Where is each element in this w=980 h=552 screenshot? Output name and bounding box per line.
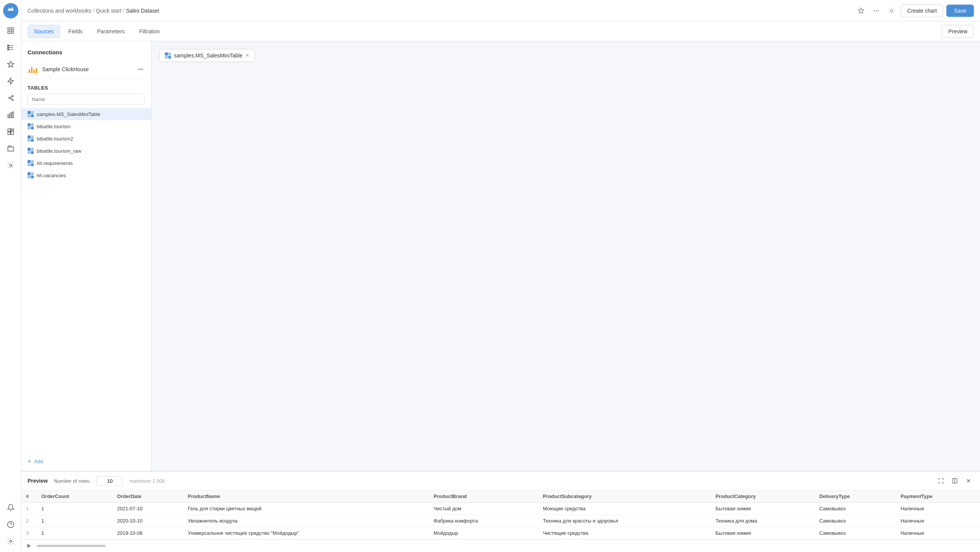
cell-8: Наличные <box>896 503 980 515</box>
selected-table-chip[interactable]: samples.MS_SalesMiniTable × <box>159 49 255 62</box>
grid-icon[interactable] <box>3 23 18 38</box>
preview-header: Preview Number of rows: maximum 1 000 <box>21 472 980 490</box>
cell-5: Моющие средства <box>538 503 711 515</box>
create-chart-button[interactable]: Create chart <box>901 4 943 17</box>
bolt-icon[interactable] <box>3 73 18 89</box>
preview-panel: Preview Number of rows: maximum 1 000 <box>21 471 980 552</box>
svg-rect-4 <box>7 45 8 46</box>
preview-button[interactable]: Preview <box>942 25 974 38</box>
svg-marker-33 <box>27 544 31 548</box>
table-item-label: hh.vacancies <box>37 173 66 178</box>
breadcrumb-quickstart[interactable]: Quick start <box>96 8 121 14</box>
svg-line-13 <box>11 98 12 100</box>
tab-fields[interactable]: Fields <box>62 25 89 38</box>
horizontal-scrollbar[interactable] <box>37 545 106 547</box>
folder-icon[interactable] <box>3 141 18 156</box>
tab-filtration[interactable]: Filtration <box>133 25 166 38</box>
gear-icon[interactable] <box>886 5 898 17</box>
svg-marker-24 <box>858 8 864 13</box>
cell-6: Техника для дома <box>711 515 815 527</box>
svg-rect-17 <box>8 129 10 132</box>
table-item-5[interactable]: hh.vacancies <box>21 169 151 181</box>
col-header-num: # <box>21 490 37 503</box>
col-header-ordercount: OrderCount <box>37 490 112 503</box>
svg-line-12 <box>11 96 12 98</box>
add-table-button[interactable]: + Add <box>21 455 151 468</box>
service-icon[interactable] <box>3 158 18 173</box>
settings-nav-icon[interactable] <box>3 534 18 549</box>
table-item-3[interactable]: bibattle.tourism_raw <box>21 145 151 157</box>
cell-4: Фабрика комфорта <box>429 515 539 527</box>
bell-icon[interactable] <box>3 500 18 515</box>
topbar-actions: Create chart Save <box>855 4 974 17</box>
table-grid-icon <box>28 136 34 142</box>
cell-2: 2021-07-10 <box>112 503 183 515</box>
svg-point-26 <box>876 10 877 11</box>
table-item-label: hh.requirements <box>37 160 73 166</box>
table-grid-icon <box>28 172 34 178</box>
chart-nav-icon[interactable] <box>3 107 18 122</box>
preview-footer <box>21 539 980 552</box>
play-icon[interactable] <box>24 541 34 550</box>
add-label: Add <box>34 459 43 464</box>
cell-8: Наличные <box>896 527 980 539</box>
table-item-4[interactable]: hh.requirements <box>21 157 151 169</box>
sidebar <box>0 0 21 552</box>
table-item-label: samples.MS_SalesMiniTable <box>37 111 100 117</box>
cell-5: Техника для красоты и здоровья <box>538 515 711 527</box>
table-item-0[interactable]: samples.MS_SalesMiniTable <box>21 108 151 120</box>
tables-search-input[interactable] <box>28 94 145 105</box>
save-button[interactable]: Save <box>946 5 974 17</box>
svg-rect-2 <box>8 31 10 34</box>
breadcrumb-collections[interactable]: Collections and workbooks <box>28 8 91 14</box>
table-item-2[interactable]: bibattle.tourism2 <box>21 132 151 145</box>
col-header-productname: ProductName <box>183 490 429 503</box>
table-grid-icon <box>28 160 34 166</box>
cell-5: Чистящие средства <box>538 527 711 539</box>
app-logo[interactable] <box>3 3 18 18</box>
breadcrumb: Collections and workbooks / Quick start … <box>28 8 852 14</box>
preview-title: Preview <box>28 478 48 484</box>
svg-point-27 <box>878 10 879 11</box>
cell-2: 2020-10-10 <box>112 515 183 527</box>
split-icon[interactable] <box>949 475 960 486</box>
dashboard-icon[interactable] <box>3 124 18 139</box>
svg-rect-3 <box>11 31 13 34</box>
breadcrumb-current: Sales Dataset <box>126 8 159 14</box>
connection-item[interactable]: Sample ClickHouse ••• <box>21 60 151 79</box>
connect-icon[interactable] <box>3 90 18 106</box>
svg-rect-14 <box>8 115 9 118</box>
more-options-icon[interactable] <box>870 5 882 17</box>
svg-marker-7 <box>7 61 14 67</box>
preview-rows-input[interactable] <box>96 476 123 486</box>
svg-rect-15 <box>10 113 11 118</box>
star-nav-icon[interactable] <box>3 57 18 72</box>
main-area: Collections and workbooks / Quick start … <box>21 0 980 552</box>
table-item-1[interactable]: bibattle.tourism <box>21 120 151 132</box>
col-header-productbrand: ProductBrand <box>429 490 539 503</box>
svg-point-23 <box>10 541 11 542</box>
favorite-star-icon[interactable] <box>855 5 867 17</box>
add-icon: + <box>28 458 31 465</box>
close-preview-icon[interactable] <box>963 475 974 486</box>
preview-table: # OrderCount OrderDate ProductName Produ… <box>21 490 980 539</box>
breadcrumb-sep2: / <box>123 8 124 14</box>
cell-0: 2 <box>21 515 37 527</box>
cell-7: Самовывоз <box>815 515 896 527</box>
svg-point-21 <box>10 165 11 167</box>
tab-sources[interactable]: Sources <box>28 25 60 38</box>
svg-point-9 <box>9 97 11 99</box>
expand-icon[interactable] <box>936 475 946 486</box>
chip-close-icon[interactable]: × <box>246 52 249 59</box>
svg-point-25 <box>874 10 875 11</box>
sources-panel: Connections Sample ClickHouse ••• <box>21 41 980 471</box>
connection-more-icon[interactable]: ••• <box>136 65 145 74</box>
help-icon[interactable] <box>3 517 18 532</box>
tab-parameters[interactable]: Parameters <box>91 25 131 38</box>
collection-icon[interactable] <box>3 40 18 55</box>
cell-1: 1 <box>37 527 112 539</box>
svg-point-28 <box>891 10 893 11</box>
cell-3: Универсальное чистящее средство "Мойдоды… <box>183 527 429 539</box>
tabbar: Sources Fields Parameters Filtration Pre… <box>21 21 980 41</box>
svg-rect-1 <box>11 28 13 30</box>
